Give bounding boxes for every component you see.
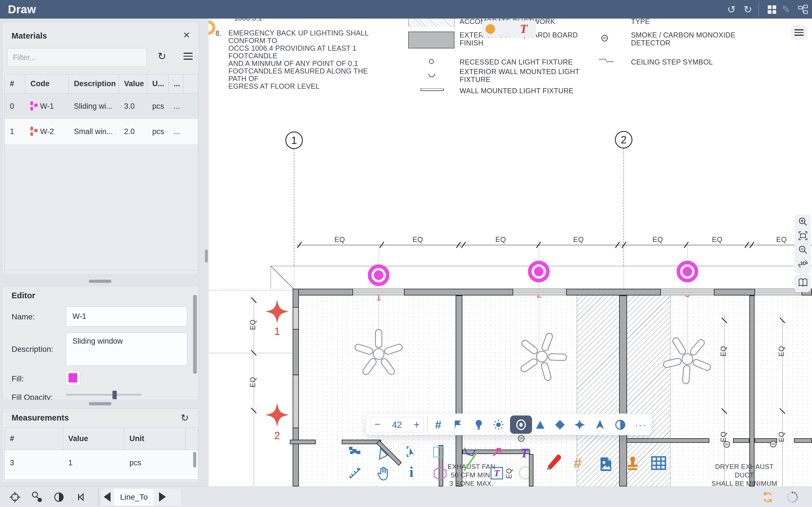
column-header-more[interactable]: ... <box>168 74 183 93</box>
more-tools-button[interactable]: ··· <box>635 419 647 431</box>
text-annotation-icon[interactable]: T <box>520 22 527 36</box>
light-fixture-marker[interactable] <box>525 258 553 286</box>
column-header-unit[interactable]: Unit <box>124 428 186 450</box>
fill-opacity-slider[interactable] <box>66 394 142 396</box>
sync-indicator-icon[interactable] <box>761 491 774 504</box>
hash-tool-button[interactable]: # <box>432 419 444 431</box>
edit-pen-button-disabled[interactable]: ✎ <box>780 3 792 16</box>
hexagon-annotation-icon[interactable] <box>433 466 447 482</box>
apps-grid-button[interactable] <box>766 0 778 18</box>
current-layer-name[interactable]: Line_To <box>114 489 154 506</box>
material-row-w2[interactable]: 1 W-2 Small win... 2.0 pcs ... <box>5 119 198 144</box>
target-tool-button[interactable] <box>8 491 21 504</box>
legend-symbol-wall-light-icon <box>421 89 444 91</box>
column-header-index[interactable]: # <box>5 74 26 93</box>
skip-to-start-button[interactable] <box>74 491 87 504</box>
rotate-3d-button[interactable]: 3D <box>797 258 809 270</box>
name-label: Name: <box>11 313 35 321</box>
circle-tool-button-selected[interactable] <box>510 415 532 434</box>
star4-tool-button[interactable] <box>574 419 586 431</box>
cell-more[interactable]: ... <box>168 102 183 111</box>
materials-refresh-button[interactable]: ↻ <box>158 50 166 62</box>
close-materials-button[interactable]: ✕ <box>183 30 190 40</box>
smoke-detector-icon: SD <box>518 435 524 442</box>
hierarchy-icon <box>797 4 809 15</box>
prev-page-button[interactable] <box>104 492 110 502</box>
description-textarea[interactable]: Sliding window <box>66 333 187 366</box>
materials-filter-input[interactable] <box>7 48 147 67</box>
hand-annotation-icon[interactable] <box>377 466 390 482</box>
column-header-description[interactable]: Description <box>69 74 119 93</box>
fit-view-button[interactable] <box>798 231 808 241</box>
contrast-tool-button[interactable] <box>52 491 65 504</box>
star-marker[interactable] <box>264 298 290 325</box>
hierarchy-button[interactable] <box>797 4 809 15</box>
materials-panel: Materials ✕ ↻ # Code Description Value U… <box>2 22 199 275</box>
sun-tool-button[interactable] <box>493 419 504 431</box>
drawing-canvas[interactable]: 1006.3.1 8. EMERGENCY BACK UP LIGHTING S… <box>209 18 812 487</box>
cloud-annotation-icon[interactable] <box>519 466 532 480</box>
column-header-unit[interactable]: U... <box>147 74 168 93</box>
undo-button[interactable]: ↺ <box>725 3 738 16</box>
stamp-annotation-icon[interactable] <box>625 456 640 473</box>
measurement-row[interactable]: 3 1 pcs <box>5 450 198 475</box>
redo-button[interactable]: ↻ <box>742 3 754 16</box>
canvas-menu-button[interactable] <box>791 25 807 40</box>
three-d-label: 3D <box>800 261 806 266</box>
navigation-arrow-tool-button[interactable] <box>594 419 606 431</box>
orange-dot-annotation-icon[interactable] <box>486 24 495 34</box>
info-annotation-icon[interactable]: i <box>409 465 413 480</box>
ruler-annotation-icon[interactable] <box>349 466 363 482</box>
sidebar-scrollbar[interactable] <box>205 249 208 263</box>
name-input[interactable] <box>66 306 187 327</box>
zoom-out-button[interactable] <box>798 245 808 255</box>
measurements-refresh-button[interactable]: ↻ <box>181 412 189 424</box>
materials-menu-button[interactable] <box>184 53 193 60</box>
contrast-tool-button[interactable] <box>614 419 626 431</box>
measurements-scrollbar[interactable] <box>193 452 196 467</box>
panel-resize-handle[interactable] <box>89 280 111 283</box>
star-marker[interactable] <box>264 402 290 428</box>
light-fixture-marker[interactable] <box>673 258 702 286</box>
picker-tool-button[interactable] <box>31 491 43 504</box>
triangle-annotation-icon[interactable] <box>378 447 390 462</box>
slider-thumb[interactable] <box>112 391 117 399</box>
flag-tool-button[interactable] <box>452 419 464 431</box>
boxed-text-annotation-icon[interactable]: T <box>491 467 503 480</box>
hash-annotation-icon[interactable]: # <box>573 456 581 470</box>
pages-button[interactable] <box>795 274 811 292</box>
legend-label-ext-wall2: FIXTURE <box>460 75 491 83</box>
column-header-value[interactable]: Value <box>119 74 147 93</box>
column-header-code[interactable]: Code <box>26 74 69 93</box>
cell-more[interactable]: ... <box>168 127 183 136</box>
square-annotation-icon[interactable] <box>433 447 444 457</box>
bottom-status-bar: Line_To <box>0 487 812 507</box>
text-annotation-icon[interactable]: T <box>520 447 528 460</box>
wall-segment <box>290 440 316 444</box>
light-fixture-marker[interactable] <box>364 261 393 289</box>
table-annotation-icon[interactable] <box>651 456 666 471</box>
red-pen-annotation-icon[interactable] <box>545 453 562 472</box>
column-header-index[interactable]: # <box>5 428 63 450</box>
fill-color-value <box>68 373 77 383</box>
panel-resize-handle[interactable] <box>89 402 111 405</box>
fill-color-swatch[interactable] <box>66 371 80 385</box>
chevron-annotation-icon[interactable] <box>463 446 476 460</box>
material-row-w1[interactable]: 0 W-1 Sliding wi... 3.0 pcs ... <box>5 94 198 119</box>
triangle-tool-button[interactable] <box>534 419 546 431</box>
bulb-tool-button[interactable] <box>473 419 485 431</box>
arrow-annotation-icon[interactable]: ↗ <box>491 445 503 459</box>
grid-icon <box>768 5 776 14</box>
increment-button[interactable]: + <box>414 419 419 431</box>
blocks-annotation-icon[interactable] <box>349 446 361 458</box>
size-stepper: − 42 + <box>370 417 424 432</box>
annotation-selection-chip[interactable]: T <box>481 20 536 37</box>
diamond-tool-button[interactable] <box>554 419 566 431</box>
column-header-value[interactable]: Value <box>63 428 124 450</box>
editor-scrollbar[interactable] <box>193 295 197 374</box>
zoom-in-button[interactable] <box>798 217 808 227</box>
wall-segment <box>733 438 749 443</box>
next-page-button[interactable] <box>159 492 166 502</box>
select-cursor-icon[interactable] <box>406 446 418 460</box>
image-annotation-icon[interactable] <box>599 456 613 473</box>
